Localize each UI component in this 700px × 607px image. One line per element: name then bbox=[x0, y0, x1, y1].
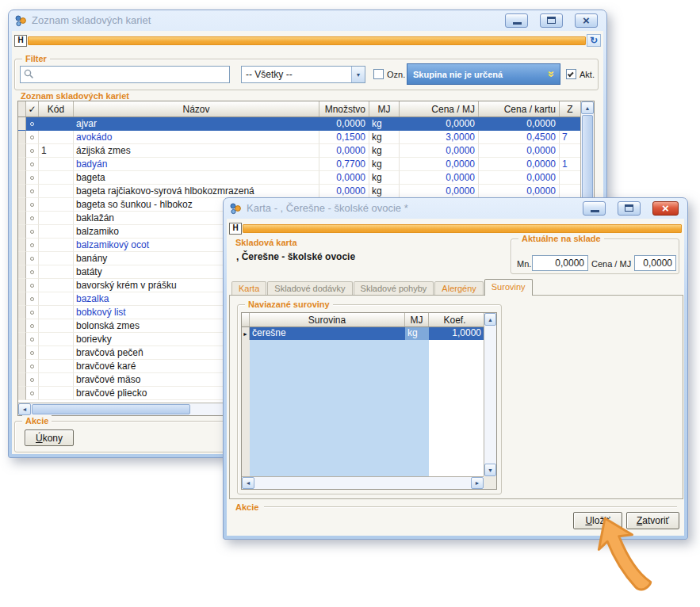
tab-skladov-dod-vky[interactable]: Skladové dodávky bbox=[267, 281, 352, 295]
refresh-button[interactable]: ↻ bbox=[587, 34, 601, 47]
row-check-cell[interactable] bbox=[26, 360, 39, 373]
cell-nazov[interactable]: ázijská zmes bbox=[74, 144, 319, 158]
header-z[interactable]: Z bbox=[560, 101, 580, 116]
cell-z[interactable] bbox=[560, 171, 580, 185]
search-input[interactable] bbox=[34, 67, 229, 82]
header-mnozstvo[interactable]: Množstvo bbox=[319, 101, 369, 116]
cell-cena-mj[interactable]: 0,0000 bbox=[400, 117, 479, 131]
row-check-cell[interactable] bbox=[26, 319, 39, 333]
row-check-cell[interactable] bbox=[26, 212, 39, 225]
ukony-button[interactable]: Úkony bbox=[25, 429, 74, 446]
horizontal-scrollbar-thumb[interactable] bbox=[32, 404, 190, 414]
cell-mj[interactable]: kg bbox=[405, 327, 429, 340]
scroll-up-button[interactable]: ▲ bbox=[484, 313, 496, 326]
cell-mj[interactable]: kg bbox=[369, 131, 400, 144]
header-nazov[interactable]: Názov bbox=[74, 101, 319, 116]
row-indicator[interactable] bbox=[18, 171, 26, 185]
cell-koef[interactable]: 1,0000 bbox=[429, 327, 484, 340]
row-indicator[interactable] bbox=[18, 265, 26, 279]
maximize-button[interactable] bbox=[618, 201, 641, 216]
cell-mnozstvo[interactable]: 0,7700 bbox=[319, 158, 369, 171]
row-check-cell[interactable] bbox=[26, 387, 39, 400]
cell-z[interactable]: 7 bbox=[560, 131, 580, 144]
search-field[interactable] bbox=[20, 66, 230, 83]
row-check-cell[interactable] bbox=[26, 158, 39, 171]
cell-kod[interactable] bbox=[39, 265, 74, 279]
row-indicator[interactable] bbox=[18, 225, 26, 239]
stock-table-row[interactable]: bageta rajčiakovo-syrová hlbokozmrazená0… bbox=[18, 185, 580, 198]
header-mj[interactable]: MJ bbox=[369, 101, 400, 116]
scroll-right-button[interactable]: ► bbox=[471, 477, 484, 489]
cell-kod[interactable] bbox=[39, 373, 74, 387]
tab-skladov-pohyby[interactable]: Skladové pohyby bbox=[354, 281, 434, 295]
cell-cena-kartu[interactable]: 0,0000 bbox=[479, 171, 560, 185]
cell-z[interactable] bbox=[560, 117, 580, 131]
row-check-cell[interactable] bbox=[26, 144, 39, 158]
cell-mj[interactable]: kg bbox=[369, 158, 400, 171]
cell-kod[interactable] bbox=[39, 158, 74, 171]
cell-mnozstvo[interactable]: 0,1500 bbox=[319, 131, 369, 144]
cell-mnozstvo[interactable]: 0,0000 bbox=[319, 171, 369, 185]
minimize-button[interactable] bbox=[583, 201, 606, 216]
row-check-cell[interactable] bbox=[26, 346, 39, 360]
tab-alerg-ny[interactable]: Alergény bbox=[434, 281, 483, 295]
cell-cena-mj[interactable]: 0,0000 bbox=[400, 144, 479, 158]
row-indicator[interactable] bbox=[18, 306, 26, 319]
cell-kod[interactable] bbox=[39, 225, 74, 239]
cena-mj-field[interactable]: 0,0000 bbox=[634, 255, 676, 271]
row-indicator[interactable] bbox=[18, 292, 26, 306]
cell-kod[interactable] bbox=[39, 212, 74, 225]
row-indicator[interactable] bbox=[18, 360, 26, 373]
cell-kod[interactable] bbox=[39, 185, 74, 198]
maximize-button[interactable] bbox=[540, 13, 563, 28]
scroll-down-button[interactable]: ▼ bbox=[484, 464, 496, 476]
cell-surovina[interactable]: čerešne bbox=[250, 327, 405, 340]
row-check-cell[interactable] bbox=[26, 117, 39, 131]
header-koef[interactable]: Koef. bbox=[429, 313, 484, 326]
row-check-cell[interactable] bbox=[26, 131, 39, 144]
minimize-button[interactable] bbox=[505, 13, 528, 28]
akt-checkbox[interactable]: Akt. bbox=[566, 69, 595, 79]
scroll-left-button[interactable]: ◄ bbox=[242, 477, 254, 489]
row-indicator[interactable] bbox=[18, 346, 26, 360]
row-check-cell[interactable] bbox=[26, 333, 39, 346]
cell-mj[interactable]: kg bbox=[369, 117, 400, 131]
header-mj[interactable]: MJ bbox=[405, 313, 429, 326]
cell-cena-kartu[interactable]: 0,0000 bbox=[479, 185, 560, 198]
close-button[interactable]: × bbox=[652, 201, 679, 216]
dropdown-button[interactable]: ▼ bbox=[351, 67, 365, 82]
cell-kod[interactable] bbox=[39, 171, 74, 185]
cell-mnozstvo[interactable]: 0,0000 bbox=[319, 117, 369, 131]
cell-nazov[interactable]: bageta bbox=[74, 171, 319, 185]
horizontal-scrollbar[interactable]: ◄ ► bbox=[242, 476, 484, 489]
cell-z[interactable] bbox=[560, 185, 580, 198]
row-indicator[interactable] bbox=[18, 373, 26, 387]
filter-dropdown[interactable]: -- Všetky -- ▼ bbox=[241, 66, 365, 83]
cell-kod[interactable] bbox=[39, 292, 74, 306]
row-check-cell[interactable] bbox=[26, 265, 39, 279]
cell-kod[interactable] bbox=[39, 279, 74, 292]
cell-cena-mj[interactable]: 0,0000 bbox=[400, 185, 479, 198]
header-check-icon[interactable]: ✓ bbox=[26, 101, 39, 116]
header-cena-kartu[interactable]: Cena / kartu bbox=[479, 101, 560, 116]
stock-table-row[interactable]: ajvar0,0000kg0,00000,0000 bbox=[18, 117, 580, 131]
stock-table-row[interactable]: avokádo0,1500kg3,00000,45007 bbox=[18, 131, 580, 144]
row-check-cell[interactable] bbox=[26, 306, 39, 319]
titlebar[interactable]: Zoznam skladových kariet × bbox=[9, 10, 606, 30]
row-indicator[interactable] bbox=[18, 279, 26, 292]
row-check-cell[interactable] bbox=[26, 292, 39, 306]
cell-kod[interactable] bbox=[39, 252, 74, 265]
cell-mj[interactable]: kg bbox=[369, 144, 400, 158]
row-indicator[interactable] bbox=[18, 387, 26, 400]
cell-mnozstvo[interactable]: 0,0000 bbox=[319, 144, 369, 158]
header-cena-mj[interactable]: Cena / MJ bbox=[400, 101, 479, 116]
cell-mj[interactable]: kg bbox=[369, 185, 400, 198]
cell-kod[interactable] bbox=[39, 131, 74, 144]
cell-z[interactable]: 1 bbox=[560, 158, 580, 171]
header-kod[interactable]: Kód bbox=[39, 101, 74, 116]
vertical-scrollbar[interactable]: ▲ ▼ bbox=[484, 313, 496, 476]
row-indicator[interactable] bbox=[18, 333, 26, 346]
cell-cena-kartu[interactable]: 0,0000 bbox=[479, 158, 560, 171]
cell-kod[interactable] bbox=[39, 333, 74, 346]
cell-nazov[interactable]: avokádo bbox=[74, 131, 319, 144]
